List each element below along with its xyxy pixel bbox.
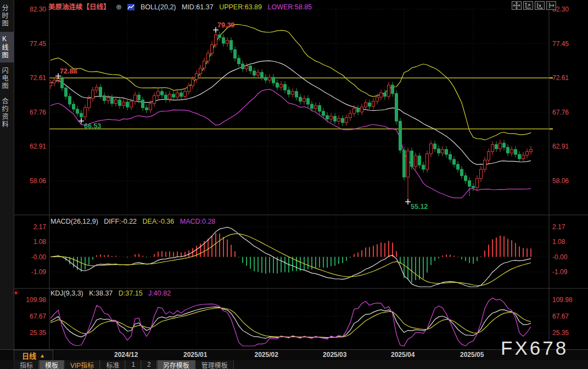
svg-text:-0.00: -0.00 — [31, 253, 47, 261]
boll-lower-value: LOWER:58.85 — [267, 3, 312, 11]
sidebar: 分时图K线图闪电图合约资料 — [0, 0, 14, 349]
boll-label: BOLL(20,2) — [141, 3, 176, 11]
macd-series — [51, 227, 531, 287]
svg-text:67.67: 67.67 — [30, 313, 46, 320]
kdj-d-value: D:37.15 — [119, 289, 143, 297]
svg-text:67.76: 67.76 — [552, 109, 569, 116]
macd-macd-value: MACD:0.28 — [180, 218, 216, 225]
period-caret-icon: ▲ — [40, 353, 45, 359]
x-axis-label: 2025/01 — [183, 351, 207, 359]
svg-text:-0.00: -0.00 — [552, 253, 568, 261]
bottom-tab-standard[interactable]: 标准 — [100, 360, 125, 369]
period-selector[interactable]: 日线 ▲ — [14, 350, 53, 361]
sidebar-item-lightning-chart[interactable]: 闪电图 — [0, 64, 14, 93]
indicator-icon — [127, 4, 135, 12]
svg-text:67.67: 67.67 — [552, 313, 569, 320]
symbol-title[interactable]: 美原油连续【日线】 — [48, 3, 110, 11]
price-annotations: 72.8866.5379.3955.12 — [55, 21, 428, 211]
macd-label: MACD(26,12,9) — [51, 218, 98, 225]
sidebar-item-contract-info[interactable]: 合约资料 — [0, 94, 14, 132]
add-overlay-icon[interactable]: ⊕ — [116, 3, 122, 11]
svg-text:62.91: 62.91 — [30, 143, 46, 150]
kdj-k-value: K:38.37 — [89, 289, 113, 297]
svg-text:79.39: 79.39 — [217, 21, 234, 29]
bottom-tab-indicators[interactable]: 指标 — [14, 360, 39, 369]
bollinger-bands — [51, 25, 531, 198]
period-label: 日线 — [22, 350, 36, 361]
svg-text:72.88: 72.88 — [60, 67, 77, 75]
svg-text:82.30: 82.30 — [30, 5, 46, 13]
indicator-marker-icon[interactable] — [13, 288, 19, 295]
bottom-toolbar: 指标模板VIP指标标准12另存模板管理模板 — [0, 360, 588, 369]
svg-text:58.06: 58.06 — [552, 177, 569, 185]
svg-text:58.06: 58.06 — [30, 177, 46, 185]
macd-diff-value: DIFF:-0.22 — [104, 218, 137, 225]
watermark: FX678 — [501, 337, 568, 359]
svg-text:109.98: 109.98 — [552, 296, 573, 304]
candles — [49, 30, 533, 202]
svg-text:72.61: 72.61 — [30, 74, 46, 82]
svg-text:2.17: 2.17 — [552, 223, 565, 231]
kdj-header: KDJ(9,3,3) K:38.37 D:37.15 J:40.82 — [51, 289, 175, 297]
macd-dea-value: DEA:-0.36 — [143, 218, 175, 225]
bottom-tab-slot-2[interactable]: 2 — [141, 360, 157, 369]
kdj-label: KDJ(9,3,3) — [51, 289, 83, 297]
bottom-tab-templates[interactable]: 模板 — [39, 360, 64, 369]
svg-text:72.61: 72.61 — [552, 74, 569, 82]
svg-text:62.91: 62.91 — [552, 143, 569, 150]
kdj-j-value: J:40.82 — [148, 289, 171, 297]
x-axis-label: 2025/05 — [460, 351, 484, 359]
scale-x-axis-icon[interactable] — [535, 1, 545, 10]
svg-text:77.45: 77.45 — [30, 40, 46, 48]
svg-text:-1.09: -1.09 — [31, 268, 47, 276]
svg-text:1.08: 1.08 — [33, 238, 47, 246]
svg-text:2.17: 2.17 — [33, 223, 47, 231]
boll-mid-value: MID:61.37 — [182, 3, 214, 11]
x-axis-label: 2024/12 — [114, 351, 138, 359]
x-axis-label: 2025/03 — [323, 351, 346, 359]
bottom-tab-slot-1[interactable]: 1 — [125, 360, 141, 369]
svg-text:109.98: 109.98 — [26, 296, 46, 304]
svg-text:1.08: 1.08 — [552, 238, 565, 246]
macd-header: MACD(26,12,9) DIFF:-0.22 DEA:-0.36 MACD:… — [51, 218, 219, 225]
svg-text:77.45: 77.45 — [552, 40, 569, 48]
sidebar-item-kline-chart[interactable]: K线图 — [0, 32, 14, 63]
trading-terminal: 82.3082.3077.4577.4572.6172.6167.7667.76… — [0, 0, 588, 369]
bottom-tab-save-template-as[interactable]: 另存模板 — [157, 360, 195, 369]
main-chart-header: 美原油连续【日线】 ⊕ BOLL(20,2) MID:61.37 UPPER:6… — [48, 1, 316, 12]
svg-text:55.12: 55.12 — [411, 203, 428, 211]
svg-text:66.53: 66.53 — [84, 122, 101, 130]
svg-text:25.35: 25.35 — [30, 329, 46, 337]
kdj-series — [51, 298, 531, 346]
svg-text:25.35: 25.35 — [552, 329, 569, 337]
bottom-tab-manage-templates[interactable]: 管理模板 — [195, 360, 234, 369]
panel-separators — [14, 8, 588, 349]
boll-upper-value: UPPER:63.89 — [219, 3, 262, 11]
x-axis-label: 2025/04 — [391, 351, 415, 359]
chart-tool-icons — [512, 1, 556, 10]
pan-tool-icon[interactable] — [512, 1, 522, 10]
sidebar-item-time-share-chart[interactable]: 分时图 — [0, 1, 14, 31]
svg-text:-1.09: -1.09 — [552, 268, 568, 276]
macd-panel: 2.172.171.081.08-0.00-0.00-1.09-1.09 — [31, 223, 568, 276]
bottom-tab-vip-indicators[interactable]: VIP指标 — [64, 360, 100, 369]
kdj-panel: 109.98109.9867.6767.6725.3525.35 — [26, 296, 573, 337]
x-axis-label: 2025/02 — [255, 351, 278, 359]
svg-text:67.76: 67.76 — [30, 109, 46, 116]
shift-right-icon[interactable] — [546, 1, 556, 10]
scale-y-axis-icon[interactable] — [523, 1, 533, 10]
